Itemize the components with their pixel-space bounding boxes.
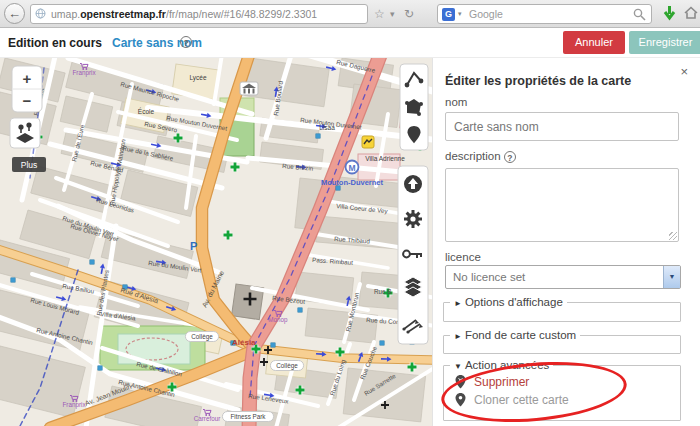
licence-label: licence xyxy=(445,251,481,263)
cancel-button[interactable]: Annuler xyxy=(563,31,625,54)
licence-value: No licence set xyxy=(453,271,525,283)
manage-layers-button[interactable] xyxy=(404,277,422,297)
save-button[interactable]: Enregistrer xyxy=(629,31,700,54)
svg-text:Plus: Plus xyxy=(21,160,38,170)
shop-label: Carrefour xyxy=(194,415,221,422)
shop-label: Franprix xyxy=(62,401,86,409)
description-label: description ? xyxy=(445,150,516,163)
delete-marker-icon xyxy=(454,374,467,389)
traffic-signal-marker xyxy=(271,343,275,347)
import-data-button[interactable] xyxy=(404,175,422,193)
section-advanced-actions-toggle[interactable]: ▼Action avancées xyxy=(450,359,553,371)
licence-select[interactable]: No licence set ▼ xyxy=(445,265,681,289)
more-controls-button[interactable] xyxy=(10,118,40,148)
description-textarea[interactable] xyxy=(445,168,679,242)
url-domain: openstreetmap.fr xyxy=(80,8,166,20)
reload-icon[interactable]: ↻ xyxy=(404,6,414,22)
traffic-signal-marker xyxy=(98,366,102,370)
zoom-control[interactable]: + − xyxy=(12,66,42,112)
edit-toolbar xyxy=(398,166,428,344)
traffic-signal-marker xyxy=(11,278,15,282)
map-properties-panel: × Éditer les propriétés de la carte nom … xyxy=(432,58,700,426)
globe-icon xyxy=(35,8,46,19)
map-settings-gear-button[interactable] xyxy=(404,210,422,228)
collapsed-arrow-icon: ► xyxy=(454,332,462,341)
section-display-options-toggle[interactable]: ►Options d'affichage xyxy=(450,296,567,308)
district-label: Alésia xyxy=(232,338,256,347)
home-icon[interactable] xyxy=(684,6,698,20)
traffic-signal-marker xyxy=(90,260,94,264)
resize-grip[interactable] xyxy=(669,232,677,240)
download-arrow-icon[interactable] xyxy=(662,5,677,21)
edit-status-label: Edition en cours xyxy=(8,36,102,50)
place-label: Lisaa xyxy=(319,124,335,131)
name-label: nom xyxy=(445,96,467,108)
collapsed-arrow-icon: ► xyxy=(454,299,462,308)
google-logo-icon: G xyxy=(442,8,455,21)
browser-back-button[interactable]: ← xyxy=(4,3,25,24)
traffic-signal-marker xyxy=(316,134,320,138)
metro-station-label: Mouton-Duvernet xyxy=(321,178,384,187)
town-hall-icon xyxy=(240,82,258,95)
panel-title: Éditer les propriétés de la carte xyxy=(445,74,631,88)
zoom-out-button[interactable]: − xyxy=(23,92,32,109)
delete-map-link[interactable]: Supprimer xyxy=(454,374,680,389)
search-input[interactable]: G ▾ Google xyxy=(437,4,652,24)
zoom-in-button[interactable]: + xyxy=(23,70,32,87)
help-icon[interactable]: ? xyxy=(180,36,192,48)
browser-toolbar: ← umap.openstreetmap.fr/fr/map/new/#16/4… xyxy=(0,0,700,28)
draw-toolbar xyxy=(400,64,428,150)
poi-pill-label: Collège xyxy=(191,333,213,341)
map-name-input[interactable] xyxy=(445,112,679,141)
tooltip-plus: Plus xyxy=(12,157,46,172)
metro-letter: M xyxy=(348,163,355,173)
bookmark-star-icon[interactable]: ☆ xyxy=(374,6,385,22)
url-prefix: umap. xyxy=(51,8,80,20)
shop-label: Franprix xyxy=(72,69,96,77)
place-label: Villa Adrienne xyxy=(365,155,405,162)
street-label: Rue B xyxy=(374,288,392,295)
shop-label: Monop xyxy=(268,316,288,324)
traffic-signal-marker xyxy=(380,341,384,345)
address-bar[interactable]: umap.openstreetmap.fr/fr/map/new/#16/48.… xyxy=(30,4,368,24)
search-placeholder: Google xyxy=(469,8,503,20)
map-canvas[interactable]: Rue DaguerreRue Mouton DuvernetRue Mouto… xyxy=(0,58,432,426)
close-icon[interactable]: × xyxy=(680,64,688,79)
poi-pill-label: Fitness Park xyxy=(231,413,267,420)
url-path: /fr/map/new/#16/48.8299/2.3301 xyxy=(166,8,317,20)
section-advanced-actions: ▼Action avancées Supprimer Cloner cette … xyxy=(443,359,681,421)
search-icon[interactable] xyxy=(633,8,646,21)
section-custom-background: ►Fond de carte custom xyxy=(443,329,681,354)
place-label: Lycée xyxy=(189,74,206,82)
dropdown-caret-icon[interactable]: ▾ xyxy=(390,6,395,22)
parking-label: P xyxy=(190,240,197,252)
clone-marker-icon xyxy=(454,392,467,407)
section-custom-background-toggle[interactable]: ►Fond de carte custom xyxy=(450,329,580,341)
poi-pill-label: Collège xyxy=(276,362,298,370)
section-display-options: ►Options d'affichage xyxy=(443,296,681,322)
description-help-icon[interactable]: ? xyxy=(504,151,516,163)
umap-editor-screen: ← umap.openstreetmap.fr/fr/map/new/#16/4… xyxy=(0,0,700,426)
search-engine-caret-icon[interactable]: ▾ xyxy=(458,10,462,18)
post-office-icon xyxy=(362,136,374,148)
place-label: École xyxy=(138,107,155,115)
clone-map-link[interactable]: Cloner cette carte xyxy=(454,392,680,407)
expanded-arrow-icon: ▼ xyxy=(454,362,462,371)
umap-header: Edition en cours Carte sans nom ? Annule… xyxy=(0,28,700,58)
traffic-signal-marker xyxy=(298,308,302,312)
chevron-down-icon: ▼ xyxy=(663,266,680,288)
